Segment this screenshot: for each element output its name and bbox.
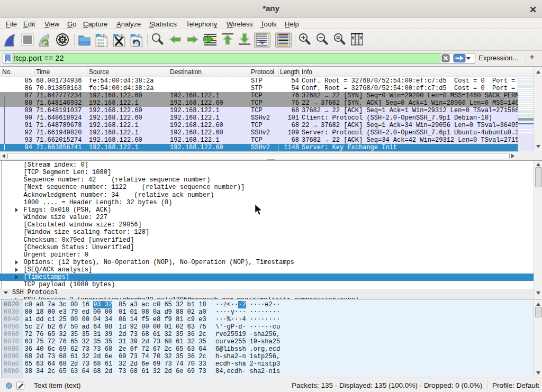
svg-text:0111: 0111: [97, 44, 104, 48]
svg-text:0111: 0111: [132, 44, 139, 48]
